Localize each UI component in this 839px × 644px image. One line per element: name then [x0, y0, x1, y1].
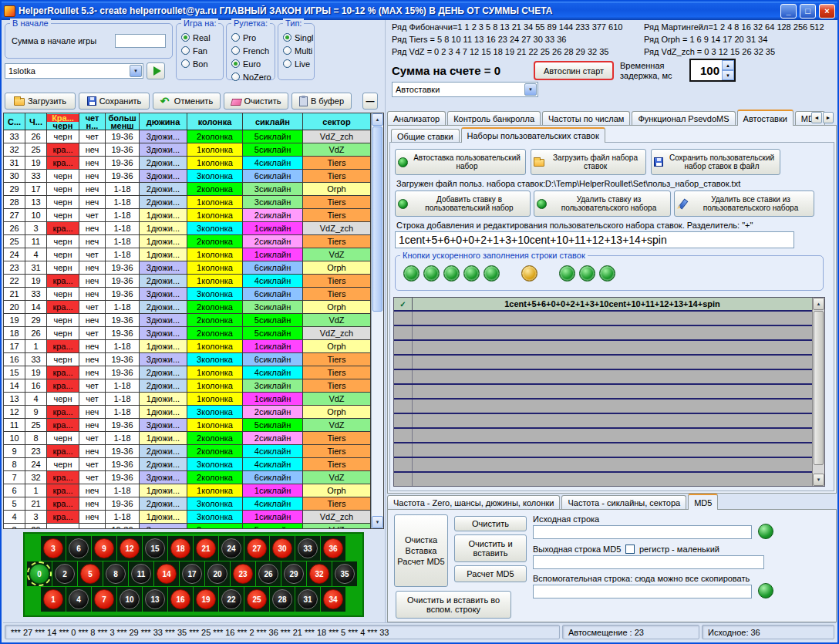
tab-функционал-psevdoms[interactable]: Функционал PsevdoMS: [632, 111, 735, 126]
list-row[interactable]: [394, 385, 812, 400]
play-button[interactable]: [147, 62, 165, 79]
roulette-number-24[interactable]: 24: [219, 536, 244, 561]
list-row[interactable]: [394, 312, 812, 326]
coin-6-icon[interactable]: [559, 265, 575, 282]
clear-paste-helper-button[interactable]: Очистить и вставить во вспом. строку: [396, 591, 511, 619]
register-checkbox[interactable]: [625, 545, 635, 554]
tab-общие-ставки[interactable]: Общие ставки: [391, 129, 460, 143]
dropdown-arrow-icon[interactable]: ▼: [130, 65, 142, 77]
delay-spinner[interactable]: 100 ▲ ▼: [689, 59, 736, 82]
table-row[interactable]: 2511черннеч1-181дюжи...2колонка2сиклайнT…: [4, 235, 371, 248]
autobets-combo[interactable]: Автоставки ▼: [392, 82, 538, 97]
radio-multi[interactable]: Multi: [283, 44, 312, 57]
scroll-up-icon[interactable]: ▲: [372, 113, 383, 126]
coin-7-icon[interactable]: [579, 265, 595, 282]
dropdown-arrow-icon[interactable]: ▼: [524, 83, 537, 96]
roulette-number-7[interactable]: 7: [92, 587, 116, 612]
tab-наборы-пользовательских-ставок[interactable]: Наборы пользовательских ставок: [461, 127, 605, 143]
table-row[interactable]: 1125кра...неч19-363дюжи...1колонка5сикла…: [4, 419, 371, 432]
list-row[interactable]: [394, 443, 812, 458]
roulette-number-4[interactable]: 4: [66, 587, 91, 612]
radio-euro[interactable]: Euro: [231, 57, 273, 70]
table-row[interactable]: 2133черннеч19-363дюжи...3колонка6сиклайн…: [4, 288, 371, 301]
table-row[interactable]: 3119кра...неч19-362дюжи...1колонка4сикла…: [4, 157, 371, 170]
table-row[interactable]: 2331черннеч19-363дюжи...1колонка6сиклайн…: [4, 261, 371, 275]
radio-nozero[interactable]: NoZero: [231, 70, 273, 83]
list-row[interactable]: [394, 326, 812, 341]
roulette-number-16[interactable]: 16: [168, 587, 193, 612]
scroll-up-icon[interactable]: ▲: [813, 298, 824, 310]
table-row[interactable]: 1416кра...чет1-182дюжи...1колонка3сиклай…: [4, 379, 371, 393]
roulette-number-31[interactable]: 31: [295, 587, 320, 612]
coin-2-icon[interactable]: [423, 265, 440, 282]
save-set-file-button[interactable]: Сохранить пользовательский набор ставок …: [651, 149, 780, 175]
table-row[interactable]: 244чернчет1-181дюжи...1колонка1сиклайнVd…: [4, 248, 371, 261]
tab-scroll-left-icon[interactable]: ◄: [811, 112, 822, 123]
table-row[interactable]: 732кра...чет19-363дюжи...2колонка6сиклай…: [4, 471, 371, 484]
minus-button[interactable]: —: [362, 93, 378, 110]
roulette-number-26[interactable]: 26: [256, 561, 281, 586]
roulette-number-35[interactable]: 35: [332, 561, 357, 586]
table-row[interactable]: 3326чернчет19-363дюжи...2колонка5сиклайн…: [4, 130, 371, 143]
tab-автоставки[interactable]: Автоставки: [737, 110, 794, 126]
roulette-number-8[interactable]: 8: [103, 561, 128, 586]
roulette-number-15[interactable]: 15: [143, 536, 167, 561]
roulette-number-25[interactable]: 25: [244, 587, 269, 612]
tab-контроль-банкролла[interactable]: Контроль банкролла: [447, 111, 541, 126]
table-scrollbar[interactable]: ▲ ▼: [371, 113, 383, 528]
roulette-number-13[interactable]: 13: [143, 587, 167, 612]
roulette-number-33[interactable]: 33: [295, 536, 320, 561]
roulette-number-10[interactable]: 10: [117, 587, 142, 612]
undo-button[interactable]: Отменить: [153, 93, 221, 110]
scroll-track[interactable]: [813, 310, 824, 474]
md5-clear-and-paste-button[interactable]: Очистить и вставить: [454, 534, 527, 562]
list-row[interactable]: [394, 414, 812, 429]
autobet-user-set-button[interactable]: Автоставка пользовательский набор: [395, 149, 526, 175]
roulette-number-20[interactable]: 20: [205, 561, 230, 586]
coin-gold-icon[interactable]: [521, 265, 537, 282]
coin-3-icon[interactable]: [443, 265, 460, 282]
table-row[interactable]: 263кра...неч1-181дюжи...3колонка1сиклайн…: [4, 222, 371, 235]
radio-pro[interactable]: Pro: [231, 31, 273, 44]
table-row[interactable]: 1929черннеч19-363дюжи...2колонка5сиклайн…: [4, 314, 371, 327]
coin-5-icon[interactable]: [484, 265, 500, 282]
list-row[interactable]: [394, 370, 812, 385]
tab-частоты-по-числам[interactable]: Частоты по числам: [542, 111, 630, 126]
table-row[interactable]: 824чернчет19-362дюжи...3колонка4сиклайнT…: [4, 458, 371, 471]
bet-list-scrollbar[interactable]: ▲ ▼: [812, 298, 824, 486]
roulette-number-36[interactable]: 36: [321, 536, 345, 561]
bet-string-input[interactable]: [395, 231, 794, 248]
load-set-file-button[interactable]: Загрузить файл набора ставок: [531, 149, 646, 175]
tab-частота-сиклайны-сектора[interactable]: Частота - сиклайны, сектора: [561, 495, 686, 510]
roulette-number-34[interactable]: 34: [321, 587, 345, 612]
spinner-down-icon[interactable]: ▼: [722, 70, 734, 80]
table-row[interactable]: 1826чернчет19-363дюжи...2колонка5сиклайн…: [4, 327, 371, 340]
roulette-number-14[interactable]: 14: [154, 561, 179, 586]
save-button[interactable]: Сохранить: [79, 93, 150, 110]
scroll-track[interactable]: [372, 126, 383, 516]
source-green-button[interactable]: [758, 524, 773, 539]
list-row[interactable]: [394, 458, 812, 473]
radio-french[interactable]: French: [231, 44, 273, 57]
roulette-number-19[interactable]: 19: [194, 587, 218, 612]
add-bet-button[interactable]: Добавить ставку в пользовательский набор: [395, 191, 531, 217]
table-row[interactable]: 1519кра...неч19-362дюжи...1колонка4сикла…: [4, 366, 371, 379]
radio-real[interactable]: Real: [181, 31, 221, 44]
table-row[interactable]: 134чернчет1-181дюжи...1колонка1сиклайнVd…: [4, 393, 371, 406]
table-row[interactable]: 923кра...неч19-362дюжи...2колонка4сиклай…: [4, 445, 371, 458]
scroll-down-icon[interactable]: ▼: [372, 516, 383, 528]
roulette-number-18[interactable]: 18: [168, 536, 193, 561]
roulette-number-9[interactable]: 9: [92, 536, 116, 561]
scroll-down-icon[interactable]: ▼: [813, 474, 824, 486]
clear-button[interactable]: Очистить: [224, 93, 288, 110]
tab-md5[interactable]: MD5: [688, 494, 718, 510]
radio-bon[interactable]: Bon: [181, 57, 221, 70]
autospin-start-button[interactable]: Автоспин старт: [534, 61, 614, 80]
md5-calc-button[interactable]: Расчет MD5: [454, 565, 527, 582]
tab-частота-zero-шансы-дюжины-колонки[interactable]: Частота - Zero, шансы, дюжины, колонки: [387, 495, 560, 510]
roulette-number-6[interactable]: 6: [66, 536, 91, 561]
table-row[interactable]: 521кра...неч19-362дюжи...3колонка4сиклай…: [4, 497, 371, 511]
table-row[interactable]: 2917черннеч1-182дюжи...2колонка3сиклайнO…: [4, 183, 371, 196]
coin-4-icon[interactable]: [463, 265, 480, 282]
title-bar[interactable]: HelperRoullet 5.3- create helperroullet@…: [2, 2, 837, 20]
